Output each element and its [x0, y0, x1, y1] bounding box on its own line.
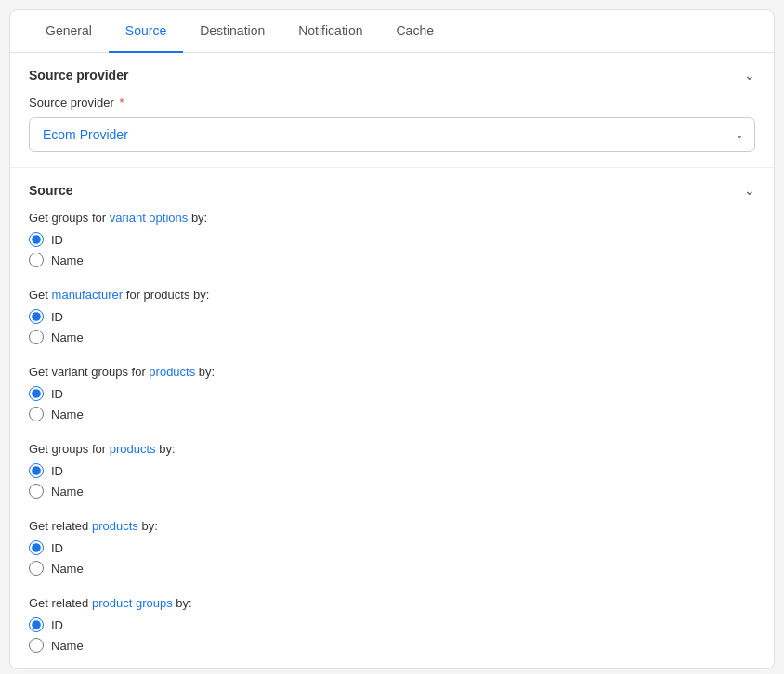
highlight-groups-products: products [110, 442, 156, 456]
tab-notification[interactable]: Notification [281, 10, 379, 53]
highlight-related-product-groups: product groups [92, 596, 173, 610]
source-provider-chevron-icon: ⌄ [744, 68, 755, 83]
radio-group-variant-options: Get groups for variant options by: ID Na… [29, 211, 755, 267]
radio-manufacturer-id[interactable]: ID [29, 309, 755, 324]
radio-group-related-product-groups: Get related product groups by: ID Name [29, 596, 755, 653]
radio-groups-products-name-label: Name [51, 485, 84, 499]
tab-general[interactable]: General [29, 10, 109, 53]
source-provider-select[interactable]: Ecom Provider Other Provider [29, 117, 755, 152]
source-provider-body: Source provider * Ecom Provider Other Pr… [29, 96, 755, 152]
radio-group-manufacturer: Get manufacturer for products by: ID Nam… [29, 288, 755, 344]
radio-related-products-id-input[interactable] [29, 540, 44, 555]
radio-manufacturer-name[interactable]: Name [29, 330, 755, 344]
radio-related-product-groups-name[interactable]: Name [29, 638, 755, 653]
radio-related-products-name[interactable]: Name [29, 561, 755, 576]
radio-group-groups-products: Get groups for products by: ID Name [29, 442, 755, 499]
source-section: Source ⌄ Get groups for variant options … [10, 168, 774, 668]
radio-group-manufacturer-label: Get manufacturer for products by: [29, 288, 755, 302]
radio-variant-groups-id-label: ID [51, 387, 63, 401]
source-provider-section: Source provider ⌄ Source provider * Ecom… [10, 53, 774, 168]
tab-destination[interactable]: Destination [183, 10, 281, 53]
source-header[interactable]: Source ⌄ [29, 183, 755, 198]
radio-related-product-groups-id-input[interactable] [29, 617, 44, 632]
radio-group-variant-groups-label: Get variant groups for products by: [29, 365, 755, 379]
radio-related-products-id-label: ID [51, 541, 63, 555]
radio-related-products-name-label: Name [51, 562, 84, 576]
radio-variant-groups-id[interactable]: ID [29, 386, 755, 401]
source-provider-select-wrapper: Ecom Provider Other Provider ⌄ [29, 117, 755, 152]
radio-variant-options-id[interactable]: ID [29, 232, 755, 247]
radio-groups-products-id[interactable]: ID [29, 463, 755, 478]
radio-variant-options-id-label: ID [51, 233, 63, 247]
radio-manufacturer-name-label: Name [51, 331, 84, 344]
radio-groups-products-name-input[interactable] [29, 484, 44, 499]
source-chevron-icon: ⌄ [744, 183, 755, 198]
radio-manufacturer-id-label: ID [51, 310, 63, 324]
radio-groups-products-id-label: ID [51, 464, 63, 478]
radio-related-product-groups-name-input[interactable] [29, 638, 44, 653]
tab-source[interactable]: Source [109, 10, 183, 53]
radio-related-products-name-input[interactable] [29, 561, 44, 576]
radio-variant-groups-name-label: Name [51, 408, 84, 421]
radio-variant-groups-id-input[interactable] [29, 386, 44, 401]
required-asterisk: * [116, 96, 124, 110]
source-provider-title: Source provider [29, 68, 128, 83]
radio-variant-options-name[interactable]: Name [29, 253, 755, 267]
radio-groups-products-name[interactable]: Name [29, 484, 755, 499]
radio-related-product-groups-name-label: Name [51, 639, 84, 653]
radio-variant-options-id-input[interactable] [29, 232, 44, 247]
radio-related-product-groups-id[interactable]: ID [29, 617, 755, 632]
content-area: Source provider ⌄ Source provider * Ecom… [10, 53, 774, 668]
highlight-manufacturer: manufacturer [52, 288, 124, 302]
radio-groups-products-id-input[interactable] [29, 463, 44, 478]
radio-group-related-product-groups-label: Get related product groups by: [29, 596, 755, 610]
radio-group-variant-groups: Get variant groups for products by: ID N… [29, 365, 755, 421]
radio-variant-options-name-label: Name [51, 253, 84, 267]
radio-variant-options-name-input[interactable] [29, 253, 44, 267]
highlight-related-products: products [92, 519, 138, 533]
radio-manufacturer-id-input[interactable] [29, 309, 44, 324]
source-body: Get groups for variant options by: ID Na… [29, 211, 755, 653]
radio-group-related-products-label: Get related products by: [29, 519, 755, 533]
radio-group-variant-options-label: Get groups for variant options by: [29, 211, 755, 225]
tabs-bar: General Source Destination Notification … [10, 10, 774, 53]
radio-related-products-id[interactable]: ID [29, 540, 755, 555]
radio-variant-groups-name[interactable]: Name [29, 407, 755, 421]
radio-group-groups-products-label: Get groups for products by: [29, 442, 755, 456]
source-provider-header[interactable]: Source provider ⌄ [29, 68, 755, 83]
source-title: Source [29, 183, 72, 198]
source-provider-field-label: Source provider * [29, 96, 755, 110]
tab-cache[interactable]: Cache [379, 10, 450, 53]
highlight-variant-groups-products: products [149, 365, 195, 379]
radio-variant-groups-name-input[interactable] [29, 407, 44, 421]
radio-related-product-groups-id-label: ID [51, 618, 63, 632]
highlight-variant-options: variant options [110, 211, 189, 225]
radio-manufacturer-name-input[interactable] [29, 330, 44, 344]
main-card: General Source Destination Notification … [9, 9, 775, 669]
radio-group-related-products: Get related products by: ID Name [29, 519, 755, 576]
